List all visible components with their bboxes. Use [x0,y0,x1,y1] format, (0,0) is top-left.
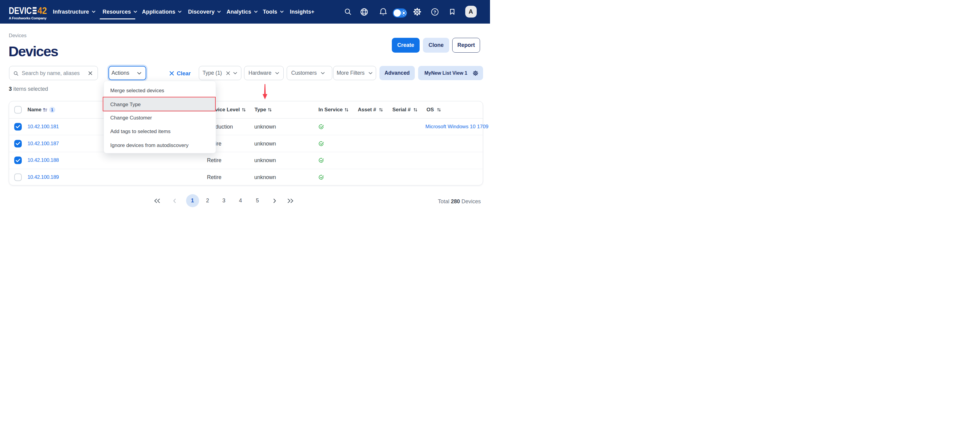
svg-text:42: 42 [37,5,47,16]
svg-text:A Freshworks Company: A Freshworks Company [9,16,47,20]
svg-text:DEVIC: DEVIC [9,5,32,16]
svg-text:?: ? [434,10,436,14]
